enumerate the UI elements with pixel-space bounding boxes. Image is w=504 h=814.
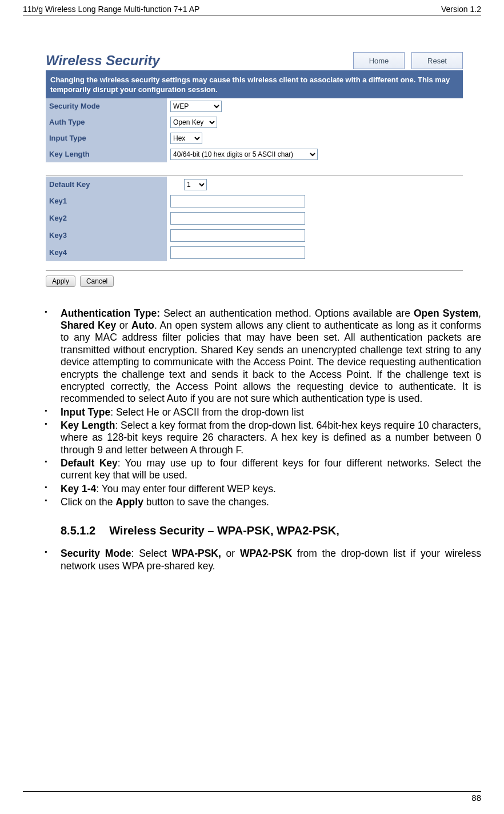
label-key4: Key4 [46,244,167,261]
panel-title: Wireless Security [46,53,160,69]
section-heading: 8.5.1.2 Wireless Security – WPA-PSK, WPA… [61,524,481,537]
row-key1: Key1 [46,193,463,210]
bullet-input-type: Input Type: Select He or ASCII from the … [45,406,481,418]
bullet-default-key: Default Key: You may use up to four diff… [45,457,481,482]
input-key1[interactable] [170,195,305,208]
label-key3: Key3 [46,227,167,244]
warning-banner: Changing the wireless security settings … [46,72,463,98]
divider [46,175,463,175]
page-number: 88 [23,792,481,803]
apply-button[interactable]: Apply [46,276,75,287]
bullet-list-1: Authentication Type: Select an authentic… [23,308,481,509]
select-auth-type[interactable]: Open Key [170,117,217,128]
row-default-key: Default Key1 [46,177,463,193]
row-key-length: Key Length40/64-bit (10 hex digits or 5 … [46,146,463,162]
header-rule [23,15,481,15]
row-key2: Key2 [46,210,463,227]
select-security-mode[interactable]: WEP [170,101,222,112]
bullet-key-1-4: Key 1-4: You may enter four different WE… [45,483,481,495]
label-key2: Key2 [46,210,167,227]
label-key-length: Key Length [46,146,167,162]
label-default-key: Default Key [46,177,167,193]
embedded-screenshot: Wireless Security Home Reset Changing th… [46,50,463,290]
row-key4: Key4 [46,244,463,261]
bullet-apply: Click on the Apply button to save the ch… [45,496,481,508]
row-input-type: Input TypeHex [46,130,463,146]
reset-button[interactable]: Reset [411,52,463,69]
divider [46,270,463,271]
label-auth-type: Auth Type [46,114,167,130]
section-title: Wireless Security – WPA-PSK, WPA2-PSK, [109,524,339,537]
label-input-type: Input Type [46,130,167,146]
row-key3: Key3 [46,227,463,244]
section-number: 8.5.1.2 [61,524,95,537]
form-table-2: Default Key1 Key1 Key2 Key3 Key4 [46,177,463,261]
header-right: Version 1.2 [441,5,481,14]
row-auth-type: Auth TypeOpen Key [46,114,463,130]
bullet-security-mode: Security Mode: Select WPA-PSK, or WPA2-P… [45,548,481,572]
select-key-length[interactable]: 40/64-bit (10 hex digits or 5 ASCII char… [170,149,318,160]
home-button[interactable]: Home [353,52,405,69]
bullet-list-2: Security Mode: Select WPA-PSK, or WPA2-P… [23,548,481,572]
bullet-auth-type: Authentication Type: Select an authentic… [45,308,481,405]
input-key4[interactable] [170,246,305,259]
input-key3[interactable] [170,229,305,242]
bullet-key-length: Key Length: Select a key format from the… [45,420,481,456]
select-default-key[interactable]: 1 [184,179,207,190]
input-key2[interactable] [170,212,305,225]
label-key1: Key1 [46,193,167,210]
header-left: 11b/g Wireless Long Range Multi-function… [23,5,199,14]
label-security-mode: Security Mode [46,98,167,114]
form-table-1: Security ModeWEP Auth TypeOpen Key Input… [46,98,463,162]
cancel-button[interactable]: Cancel [80,276,114,287]
select-input-type[interactable]: Hex [170,133,202,144]
row-security-mode: Security ModeWEP [46,98,463,114]
